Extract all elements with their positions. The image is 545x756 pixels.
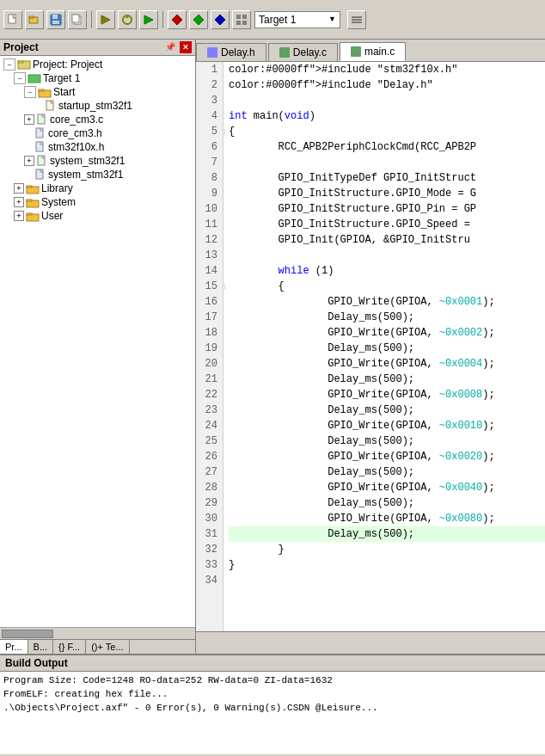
- right-toolbar: [347, 10, 366, 29]
- tree-item-target[interactable]: − Target 1: [0, 71, 195, 85]
- sb-tab-books[interactable]: B...: [28, 640, 54, 654]
- collapse-icon: −: [3, 58, 15, 71]
- copy-icon[interactable]: [68, 10, 87, 29]
- tree-item-startup[interactable]: startup_stm32f1: [0, 99, 195, 113]
- code-line-28[interactable]: GPIO_Write(GPIOA, ~0x0040);: [229, 480, 545, 495]
- folder-start-icon: [38, 87, 52, 98]
- toolbar-left: [3, 10, 251, 29]
- code-line-19[interactable]: Delay_ms(500);: [229, 341, 545, 356]
- open-file-icon[interactable]: [25, 10, 44, 29]
- main-layout: Project 📌 ✕ − Project: Project − Target …: [0, 40, 545, 654]
- code-line-27[interactable]: Delay_ms(500);: [229, 464, 545, 480]
- save-icon[interactable]: [46, 10, 65, 29]
- code-line-33[interactable]: }: [229, 557, 545, 573]
- code-line-24[interactable]: GPIO_Write(GPIOA, ~0x0010);: [229, 418, 545, 433]
- tree-label-target: Target 1: [43, 72, 80, 84]
- code-line-6[interactable]: RCC_APB2PeriphClockCmd(RCC_APB2P: [229, 139, 545, 155]
- code-line-21[interactable]: Delay_ms(500);: [229, 372, 545, 387]
- sidebar-hscroll[interactable]: [0, 627, 195, 639]
- code-line-22[interactable]: GPIO_Write(GPIOA, ~0x0008);: [229, 387, 545, 403]
- svg-rect-16: [242, 15, 247, 19]
- code-content[interactable]: color:#0000ff">#include "stm32f10x.h"col…: [224, 62, 545, 631]
- tree-item-sysf1h[interactable]: system_stm32f1: [0, 168, 195, 181]
- code-line-12[interactable]: GPIO_Init(GPIOA, &GPIO_InitStru: [229, 232, 545, 248]
- sidebar-title: Project: [3, 41, 39, 53]
- tree-item-system[interactable]: + System: [0, 195, 195, 209]
- rebuild-icon[interactable]: [118, 10, 137, 29]
- code-line-34[interactable]: [229, 573, 545, 588]
- tab-delay-h[interactable]: Delay.h: [196, 43, 266, 61]
- code-line-15[interactable]: □ {: [229, 279, 545, 294]
- code-line-29[interactable]: Delay_ms(500);: [229, 495, 545, 511]
- collapse-block-icon[interactable]: □: [224, 125, 224, 140]
- line-numbers: 1234567891011121314151617181920212223242…: [196, 62, 224, 631]
- tree-item-corecm3h[interactable]: core_cm3.h: [0, 126, 195, 140]
- tree-item-start[interactable]: − Start: [0, 85, 195, 99]
- pin-icon[interactable]: 📌: [162, 41, 178, 53]
- code-line-31[interactable]: Delay_ms(500);: [229, 526, 545, 542]
- sb-tab-project[interactable]: Pr...: [0, 640, 28, 654]
- expand-icon-corecm3c: +: [24, 114, 34, 125]
- tree-item-library[interactable]: + Library: [0, 181, 195, 195]
- code-line-17[interactable]: Delay_ms(500);: [229, 310, 545, 325]
- code-line-32[interactable]: }: [229, 542, 545, 557]
- code-line-7[interactable]: [229, 155, 545, 170]
- code-line-10[interactable]: GPIO_InitStructure.GPIO_Pin = GP: [229, 201, 545, 217]
- svg-rect-34: [27, 186, 32, 187]
- sb-tab-templates[interactable]: ()+ Te...: [86, 640, 129, 654]
- build-icon[interactable]: [96, 10, 115, 29]
- code-line-23[interactable]: Delay_ms(500);: [229, 403, 545, 418]
- code-line-18[interactable]: GPIO_Write(GPIOA, ~0x0002);: [229, 325, 545, 341]
- code-line-20[interactable]: GPIO_Write(GPIOA, ~0x0004);: [229, 356, 545, 372]
- code-line-25[interactable]: Delay_ms(500);: [229, 433, 545, 449]
- expand-icon-user: +: [14, 211, 24, 221]
- code-line-1[interactable]: color:#0000ff">#include "stm32f10x.h": [229, 62, 545, 77]
- sb-tab-functions[interactable]: {} F...: [53, 640, 86, 654]
- debug-icon[interactable]: [139, 10, 158, 29]
- tree-item-sysf1c[interactable]: + system_stm32f1: [0, 154, 195, 168]
- diamond-icon-3[interactable]: [211, 10, 230, 29]
- code-line-30[interactable]: GPIO_Write(GPIOA, ~0x0080);: [229, 511, 545, 526]
- code-line-16[interactable]: GPIO_Write(GPIOA, ~0x0001);: [229, 294, 545, 310]
- target-dropdown[interactable]: Target 1 ▼: [254, 11, 340, 28]
- separator-2: [162, 11, 163, 28]
- diamond-icon-1[interactable]: [168, 10, 187, 29]
- tree-item-user[interactable]: + User: [0, 209, 195, 223]
- build-output-content[interactable]: Program Size: Code=1248 RO-data=252 RW-d…: [0, 672, 545, 754]
- svg-rect-0: [9, 15, 15, 23]
- svg-marker-8: [101, 15, 110, 24]
- svg-marker-12: [172, 15, 182, 25]
- diamond-icon-2[interactable]: [189, 10, 208, 29]
- tree-item-project[interactable]: − Project: Project: [0, 58, 195, 71]
- collapse-block-icon-2[interactable]: □: [224, 280, 224, 295]
- code-line-14[interactable]: while (1): [229, 263, 545, 279]
- svg-rect-18: [242, 21, 247, 25]
- code-line-3[interactable]: [229, 93, 545, 108]
- tree-item-corecm3c[interactable]: + core_cm3.c: [0, 113, 195, 126]
- svg-rect-5: [52, 21, 59, 24]
- sidebar-hscroll-bar[interactable]: [2, 630, 53, 638]
- new-file-icon[interactable]: [3, 10, 22, 29]
- sidebar-close-button[interactable]: ✕: [180, 41, 192, 53]
- options-icon[interactable]: [347, 10, 366, 29]
- tree-label-system: System: [41, 196, 76, 208]
- folder-library-icon: [26, 183, 40, 194]
- code-line-13[interactable]: [229, 248, 545, 263]
- code-line-8[interactable]: GPIO_InitTypeDef GPIO_InitStruct: [229, 170, 545, 186]
- tab-delay-c[interactable]: Delay.c: [268, 43, 338, 61]
- tab-main-c[interactable]: main.c: [340, 42, 406, 61]
- code-line-5[interactable]: □{: [229, 124, 545, 139]
- code-line-26[interactable]: GPIO_Write(GPIOA, ~0x0020);: [229, 449, 545, 464]
- svg-marker-13: [193, 15, 204, 25]
- svg-marker-14: [215, 15, 225, 25]
- grid-icon[interactable]: [232, 10, 251, 29]
- code-line-9[interactable]: GPIO_InitStructure.GPIO_Mode = G: [229, 186, 545, 201]
- code-line-4[interactable]: int main(void): [229, 108, 545, 124]
- code-line-11[interactable]: GPIO_InitStructure.GPIO_Speed =: [229, 217, 545, 232]
- editor-bottom-tabs: [196, 631, 545, 654]
- code-editor[interactable]: 1234567891011121314151617181920212223242…: [196, 62, 545, 631]
- tree-label-stm32h: stm32f10x.h: [48, 141, 104, 153]
- code-line-2[interactable]: color:#0000ff">#include "Delay.h": [229, 77, 545, 93]
- tree-label-corecm3c: core_cm3.c: [50, 114, 103, 126]
- tree-item-stm32h[interactable]: stm32f10x.h: [0, 140, 195, 154]
